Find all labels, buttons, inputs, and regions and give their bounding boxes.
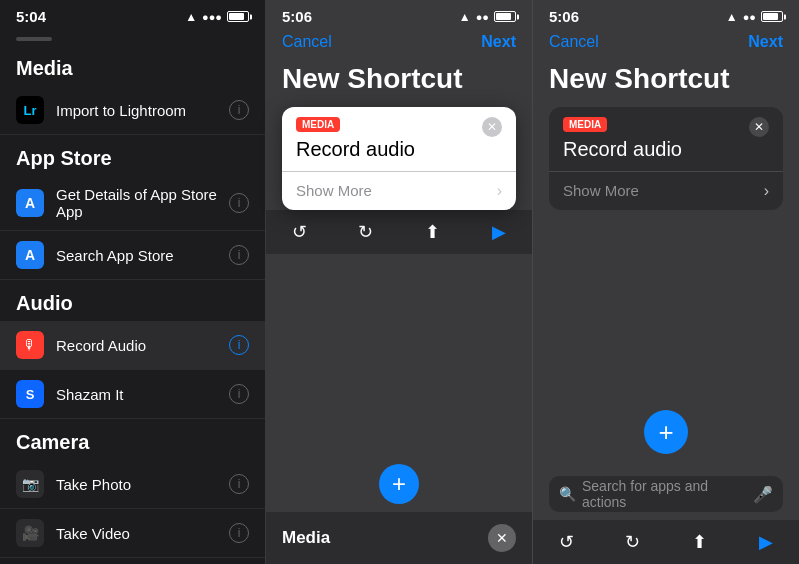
show-more-label-3: Show More (563, 182, 639, 199)
status-time-2: 5:06 (282, 8, 312, 25)
search-icon: 🔍 (559, 486, 576, 502)
record-audio-icon: 🎙 (16, 331, 44, 359)
panel1-header (0, 29, 265, 45)
signal-icon-2: ●● (476, 11, 489, 23)
section-media: Media (0, 45, 265, 86)
show-more-label-2: Show More (296, 182, 372, 199)
info-btn-take-photo[interactable]: i (229, 474, 249, 494)
play-button-2[interactable]: ▶ (481, 214, 517, 250)
action-card-header-2: MEDIA (296, 117, 502, 132)
info-btn-search-appstore[interactable]: i (229, 245, 249, 265)
list-item-record-audio[interactable]: 🎙 Record Audio i (0, 321, 265, 370)
panel-list: 5:04 ▲ ●●● Media Lr Import to Lightroom … (0, 0, 266, 564)
battery-icon-3 (761, 11, 783, 22)
appstore-icon-2: A (16, 241, 44, 269)
status-bar-3: 5:06 ▲ ●● (533, 0, 799, 29)
wifi-icon: ▲ (185, 10, 197, 24)
share-button-3[interactable]: ⬆ (681, 524, 717, 560)
record-audio-label: Record Audio (56, 337, 229, 354)
panel-shortcut-edit: 5:06 ▲ ●● Cancel Next New Shortcut MEDIA… (266, 0, 533, 564)
section-camera: Camera (0, 419, 265, 460)
redo-button-2[interactable]: ↻ (348, 214, 384, 250)
shortcut-title-3: New Shortcut (533, 59, 799, 107)
panel3-nav: Cancel Next (533, 29, 799, 59)
info-btn-take-video[interactable]: i (229, 523, 249, 543)
show-more-row-2[interactable]: Show More › (296, 172, 502, 200)
signal-icon: ●●● (202, 11, 222, 23)
shortcut-title-2: New Shortcut (266, 59, 532, 107)
status-icons-2: ▲ ●● (459, 10, 516, 24)
toolbar-3: ↺ ↻ ⬆ ▶ (533, 520, 799, 564)
shazam-label: Shazam It (56, 386, 229, 403)
take-video-label: Take Video (56, 525, 229, 542)
list-item-take-photo[interactable]: 📷 Take Photo i (0, 460, 265, 509)
lightroom-label: Import to Lightroom (56, 102, 229, 119)
status-icons-1: ▲ ●●● (185, 10, 249, 24)
chevron-right-icon-3: › (764, 182, 769, 200)
media-bar-close[interactable]: ✕ (488, 524, 516, 552)
info-btn-shazam[interactable]: i (229, 384, 249, 404)
panel1-scroll[interactable]: Media Lr Import to Lightroom i App Store… (0, 45, 265, 564)
list-item-take-video[interactable]: 🎥 Take Video i (0, 509, 265, 558)
play-button-3[interactable]: ▶ (748, 524, 784, 560)
status-time-1: 5:04 (16, 8, 46, 25)
status-bar-2: 5:06 ▲ ●● (266, 0, 532, 29)
section-appstore: App Store (0, 135, 265, 176)
battery-icon-2 (494, 11, 516, 22)
signal-icon-3: ●● (743, 11, 756, 23)
media-bar: Media ✕ (266, 512, 532, 564)
list-item-lightroom[interactable]: Lr Import to Lightroom i (0, 86, 265, 135)
action-card-header-3: MEDIA (563, 117, 769, 132)
action-card-3: MEDIA ✕ Record audio Show More › (549, 107, 783, 210)
action-title-2: Record audio (296, 138, 502, 161)
wifi-icon-3: ▲ (726, 10, 738, 24)
add-button-3[interactable]: + (644, 410, 688, 454)
info-btn-lightroom[interactable]: i (229, 100, 249, 120)
action-card-2: MEDIA ✕ Record audio Show More › (282, 107, 516, 210)
undo-button-3[interactable]: ↺ (548, 524, 584, 560)
undo-button-2[interactable]: ↺ (281, 214, 317, 250)
list-item-shazam[interactable]: S Shazam It i (0, 370, 265, 419)
status-time-3: 5:06 (549, 8, 579, 25)
share-button-2[interactable]: ⬆ (414, 214, 450, 250)
panel-shortcut-search: 5:06 ▲ ●● Cancel Next New Shortcut MEDIA… (533, 0, 799, 564)
toolbar-2: ↺ ↻ ⬆ ▶ (266, 210, 532, 254)
take-photo-label: Take Photo (56, 476, 229, 493)
get-details-label: Get Details of App Store App (56, 186, 229, 220)
lightroom-icon: Lr (16, 96, 44, 124)
info-btn-record-audio[interactable]: i (229, 335, 249, 355)
shazam-icon: S (16, 380, 44, 408)
panel2-nav: Cancel Next (266, 29, 532, 59)
cancel-button-2[interactable]: Cancel (282, 33, 332, 51)
show-more-row-3[interactable]: Show More › (563, 172, 769, 200)
add-button-2[interactable]: + (379, 464, 419, 504)
cancel-button-3[interactable]: Cancel (549, 33, 599, 51)
next-button-2[interactable]: Next (481, 33, 516, 51)
search-bar[interactable]: 🔍 Search for apps and actions 🎤 (549, 476, 783, 512)
action-title-3: Record audio (563, 138, 769, 161)
redo-button-3[interactable]: ↻ (615, 524, 651, 560)
chevron-right-icon-2: › (497, 182, 502, 200)
list-item-search-appstore[interactable]: A Search App Store i (0, 231, 265, 280)
section-audio: Audio (0, 280, 265, 321)
status-bar-1: 5:04 ▲ ●●● (0, 0, 265, 29)
plus-icon-3: + (658, 417, 673, 448)
camera-icon-1: 📷 (16, 470, 44, 498)
drag-indicator (16, 37, 52, 41)
mic-icon[interactable]: 🎤 (753, 485, 773, 504)
appstore-icon-1: A (16, 189, 44, 217)
next-button-3[interactable]: Next (748, 33, 783, 51)
camera-icon-2: 🎥 (16, 519, 44, 547)
status-icons-3: ▲ ●● (726, 10, 783, 24)
plus-icon-2: + (392, 470, 406, 498)
wifi-icon-2: ▲ (459, 10, 471, 24)
media-bar-title: Media (282, 528, 488, 548)
media-badge-3: MEDIA (563, 117, 607, 132)
battery-icon (227, 11, 249, 22)
search-appstore-label: Search App Store (56, 247, 229, 264)
media-badge-2: MEDIA (296, 117, 340, 132)
action-card-close-2[interactable]: ✕ (482, 117, 502, 137)
action-card-close-3[interactable]: ✕ (749, 117, 769, 137)
info-btn-get-details[interactable]: i (229, 193, 249, 213)
list-item-get-details[interactable]: A Get Details of App Store App i (0, 176, 265, 231)
